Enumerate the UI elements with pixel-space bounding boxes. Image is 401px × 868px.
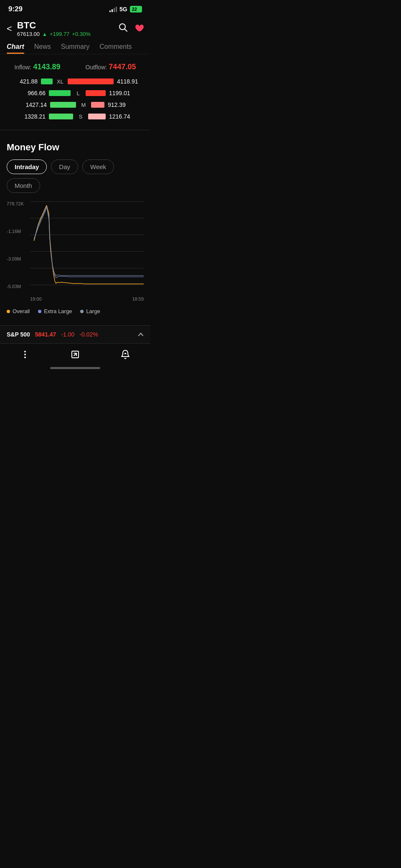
tab-chart[interactable]: Chart <box>7 43 24 52</box>
y-label-3: -1.16M <box>7 229 28 234</box>
flow-header: Inflow: 4143.89 Outflow: 7447.05 <box>7 63 144 71</box>
legend-overall: Overall <box>7 308 30 314</box>
flow-left-l: 966.66 <box>16 90 46 96</box>
y-label-5: -3.09M <box>7 256 28 261</box>
period-intraday[interactable]: Intraday <box>7 159 47 174</box>
flow-bar-green-m <box>50 102 76 108</box>
heart-icon[interactable] <box>134 23 144 35</box>
y-label-7: -5.03M <box>7 284 28 289</box>
flow-row-xl: 421.88 XL 4118.91 <box>7 78 144 85</box>
flow-right-xl: 4118.91 <box>117 78 142 85</box>
inflow-label: Inflow: <box>15 64 31 71</box>
svg-point-3 <box>24 354 26 355</box>
ticker-info: BTC 67613.00 ▲ +199.77 +0.30% <box>17 20 114 37</box>
header: < BTC 67613.00 ▲ +199.77 +0.30% <box>0 17 150 39</box>
svg-point-2 <box>24 351 26 352</box>
legend-label-extralarge: Extra Large <box>44 308 72 314</box>
x-label-start: 19:00 <box>30 296 42 301</box>
tab-bar: Chart News Summary Comments <box>0 39 150 54</box>
chart-x-labels: 19:00 18:59 <box>30 293 144 301</box>
legend-label-large: Large <box>86 308 100 314</box>
outflow-group: Outflow: 7447.05 <box>86 63 136 71</box>
flow-right-s: 1216.74 <box>109 113 134 120</box>
inflow-value: 4143.89 <box>33 63 60 71</box>
status-bar: 9:29 5G 22 <box>0 0 150 17</box>
flow-section: Inflow: 4143.89 Outflow: 7447.05 421.88 … <box>0 54 150 127</box>
sp500-name: S&P 500 <box>7 331 30 338</box>
nav-more-button[interactable] <box>20 349 30 359</box>
period-day[interactable]: Day <box>51 159 78 174</box>
money-flow-title: Money Flow <box>7 142 144 153</box>
signal-icon <box>109 7 117 12</box>
status-time: 9:29 <box>8 5 23 13</box>
home-bar <box>50 367 100 369</box>
header-icons <box>119 23 144 35</box>
ticker-symbol: BTC <box>17 20 114 31</box>
back-button[interactable]: < <box>7 23 12 34</box>
price-arrow-icon: ▲ <box>42 31 47 37</box>
price-row: 67613.00 ▲ +199.77 +0.30% <box>17 31 114 37</box>
bottom-ticker[interactable]: S&P 500 5841.47 -1.00 -0.02% <box>0 325 150 343</box>
flow-size-xl: XL <box>56 78 64 85</box>
sp500-change: -1.00 <box>61 331 74 338</box>
flow-bar-green-l <box>49 90 71 96</box>
flow-bar-green-s <box>49 114 73 119</box>
network-label: 5G <box>119 6 127 13</box>
flow-right-m: 912.39 <box>108 101 133 108</box>
bottom-nav <box>0 343 150 364</box>
legend-dot-large <box>80 310 84 313</box>
svg-point-4 <box>24 357 26 358</box>
home-indicator <box>0 364 150 371</box>
flow-size-l: L <box>74 90 82 96</box>
sp500-price: 5841.47 <box>35 331 56 338</box>
tab-news[interactable]: News <box>34 43 51 52</box>
chart-canvas <box>30 201 144 289</box>
y-label-1: 778.72K <box>7 201 28 206</box>
legend-dot-overall <box>7 310 10 313</box>
flow-bar-red-m <box>91 102 104 108</box>
chevron-up-icon <box>138 331 144 338</box>
flow-left-s: 1328.21 <box>16 113 46 120</box>
search-icon[interactable] <box>119 23 128 35</box>
outflow-value: 7447.05 <box>109 63 136 71</box>
legend-label-overall: Overall <box>13 308 30 314</box>
legend-dot-extralarge <box>38 310 41 313</box>
money-flow-section: Money Flow Intraday Day Week Month 778.7… <box>0 134 150 325</box>
x-label-end: 18:59 <box>132 296 144 301</box>
flow-bar-red-s <box>88 114 106 119</box>
flow-bar-green-xl <box>41 78 53 84</box>
chart-legend: Overall Extra Large Large <box>7 305 144 321</box>
flow-row-s: 1328.21 S 1216.74 <box>7 113 144 120</box>
flow-rows: 421.88 XL 4118.91 966.66 L 1199.01 1427.… <box>7 78 144 120</box>
flow-left-m: 1427.14 <box>18 101 47 108</box>
status-right: 5G 22 <box>109 6 142 13</box>
nav-share-button[interactable] <box>70 349 80 359</box>
flow-right-l: 1199.01 <box>109 90 134 96</box>
svg-line-1 <box>125 29 127 31</box>
period-month[interactable]: Month <box>7 178 40 193</box>
period-week[interactable]: Week <box>82 159 114 174</box>
flow-bar-red-l <box>86 90 106 96</box>
period-buttons: Intraday Day Week Month <box>7 159 144 193</box>
flow-row-l: 966.66 L 1199.01 <box>7 90 144 96</box>
tab-comments[interactable]: Comments <box>99 43 132 52</box>
chart-area: 778.72K -1.16M -3.09M -5.03M 19:00 18:59 <box>7 201 144 301</box>
price-change: +199.77 <box>50 31 69 37</box>
flow-left-xl: 421.88 <box>8 78 38 85</box>
price-pct: +0.30% <box>72 31 90 37</box>
flow-bar-red-xl <box>68 78 114 84</box>
inflow-group: Inflow: 4143.89 <box>15 63 61 71</box>
chart-svg <box>30 201 144 289</box>
chart-y-labels: 778.72K -1.16M -3.09M -5.03M <box>7 201 28 289</box>
flow-size-m: M <box>79 102 88 108</box>
tab-summary[interactable]: Summary <box>61 43 89 52</box>
sp500-pct: -0.02% <box>79 331 98 338</box>
flow-row-m: 1427.14 M 912.39 <box>7 101 144 108</box>
separator <box>0 130 150 130</box>
battery-icon: 22 <box>130 6 142 13</box>
legend-extralarge: Extra Large <box>38 308 72 314</box>
nav-alert-button[interactable] <box>120 349 130 359</box>
outflow-label: Outflow: <box>86 64 107 71</box>
flow-size-s: S <box>76 114 85 120</box>
legend-large: Large <box>80 308 100 314</box>
